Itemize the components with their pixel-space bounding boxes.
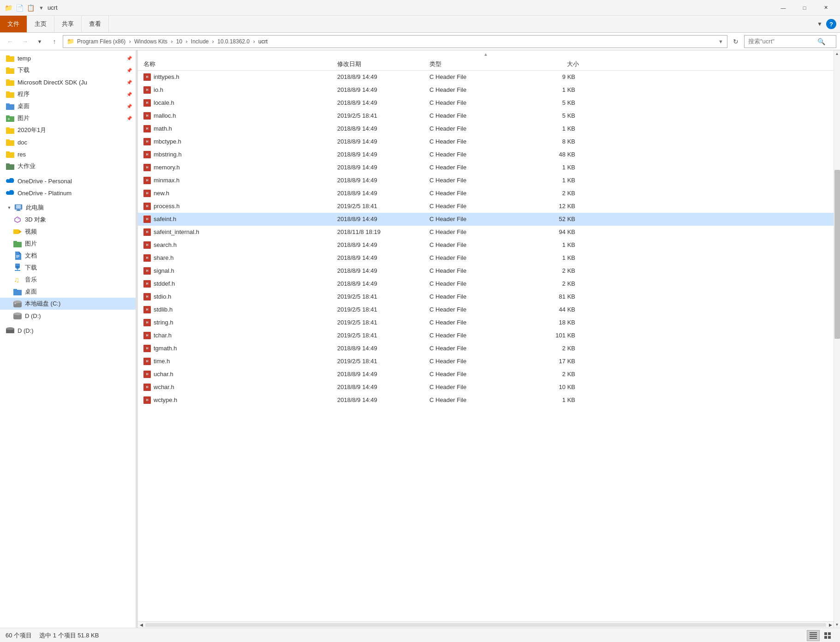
details-view-btn[interactable]: [807, 630, 820, 641]
horizontal-scrollbar[interactable]: ◀ ▶: [138, 621, 834, 628]
table-row[interactable]: H stdio.h 2019/2/5 18:41 C Header File 8…: [138, 290, 834, 303]
search-input[interactable]: [748, 38, 817, 45]
sidebar-item-videos[interactable]: 视频: [0, 226, 136, 238]
table-row[interactable]: H search.h 2018/8/9 14:49 C Header File …: [138, 239, 834, 252]
table-row[interactable]: H safeint_internal.h 2018/11/8 18:19 C H…: [138, 226, 834, 239]
sidebar-item-doc[interactable]: doc: [0, 136, 136, 148]
sidebar-item-3d[interactable]: 3D 对象: [0, 214, 136, 226]
table-row[interactable]: H memory.h 2018/8/9 14:49 C Header File …: [138, 161, 834, 174]
sidebar-label: 视频: [25, 228, 132, 236]
help-btn[interactable]: ?: [826, 19, 836, 29]
h-scrollbar-track[interactable]: [145, 623, 826, 627]
sidebar-item-desktop[interactable]: 桌面 📌: [0, 100, 136, 112]
svg-rect-50: [810, 632, 817, 633]
sidebar-item-drive-d[interactable]: D (D:): [0, 310, 136, 322]
table-row[interactable]: H mbstring.h 2018/8/9 14:49 C Header Fil…: [138, 148, 834, 161]
file-name: math.h: [154, 125, 172, 132]
table-row[interactable]: H inttypes.h 2018/8/9 14:49 C Header Fil…: [138, 71, 834, 84]
svg-rect-12: [8, 118, 10, 120]
sidebar-item-onedrive-personal[interactable]: OneDrive - Personal: [0, 175, 136, 187]
expand-icon[interactable]: ▼: [6, 204, 13, 211]
forward-button[interactable]: →: [18, 35, 31, 48]
file-date: 2019/2/5 18:41: [334, 358, 426, 365]
table-row[interactable]: H stdlib.h 2019/2/5 18:41 C Header File …: [138, 303, 834, 316]
table-row[interactable]: H safeint.h 2018/8/9 14:49 C Header File…: [138, 213, 834, 226]
file-name: string.h: [154, 319, 173, 326]
sidebar-item-res[interactable]: res: [0, 148, 136, 160]
file-type: C Header File: [426, 125, 527, 132]
tab-view[interactable]: 查看: [82, 16, 109, 32]
table-row[interactable]: H uchar.h 2018/8/9 14:49 C Header File 2…: [138, 368, 834, 381]
sidebar-item-music[interactable]: ♫ 音乐: [0, 274, 136, 286]
sidebar-item-downloads[interactable]: 下载 📌: [0, 64, 136, 76]
sidebar-item-directx[interactable]: Microsoft DirectX SDK (Ju 📌: [0, 76, 136, 88]
scrollbar-thumb[interactable]: [834, 170, 840, 339]
table-row[interactable]: H signal.h 2018/8/9 14:49 C Header File …: [138, 264, 834, 277]
large-icons-view-btn[interactable]: [822, 630, 834, 641]
file-name: time.h: [154, 358, 170, 365]
sidebar-label: res: [18, 151, 132, 158]
table-row[interactable]: H tchar.h 2019/2/5 18:41 C Header File 1…: [138, 329, 834, 342]
sidebar-item-this-pc[interactable]: ▼ 此电脑: [0, 202, 136, 214]
sidebar-item-programs[interactable]: 程序 📌: [0, 88, 136, 100]
col-header-date[interactable]: 修改日期: [334, 58, 426, 70]
table-row[interactable]: H tgmath.h 2018/8/9 14:49 C Header File …: [138, 342, 834, 355]
file-name: share.h: [154, 254, 173, 261]
file-date: 2019/2/5 18:41: [334, 293, 426, 300]
table-row[interactable]: H string.h 2019/2/5 18:41 C Header File …: [138, 316, 834, 329]
table-row[interactable]: H share.h 2018/8/9 14:49 C Header File 1…: [138, 252, 834, 264]
sidebar-item-documents[interactable]: 文档: [0, 250, 136, 262]
table-row[interactable]: H stddef.h 2018/8/9 14:49 C Header File …: [138, 277, 834, 290]
search-icon[interactable]: 🔍: [817, 38, 825, 45]
svg-text:♫: ♫: [14, 276, 19, 284]
ribbon-collapse-btn[interactable]: ▼: [817, 21, 822, 27]
vertical-scrollbar[interactable]: ▲ ▼: [834, 50, 840, 628]
sidebar-item-desktop2[interactable]: 桌面: [0, 286, 136, 298]
parent-folder-button[interactable]: ↑: [48, 35, 61, 48]
tab-file[interactable]: 文件: [0, 16, 27, 32]
sidebar-item-jan2020[interactable]: 2020年1月: [0, 124, 136, 136]
scroll-down-btn[interactable]: ▼: [834, 621, 840, 628]
table-row[interactable]: H locale.h 2018/8/9 14:49 C Header File …: [138, 96, 834, 109]
svg-rect-57: [828, 636, 831, 639]
tab-share[interactable]: 共享: [54, 16, 82, 32]
table-row[interactable]: H math.h 2018/8/9 14:49 C Header File 1 …: [138, 122, 834, 135]
table-row[interactable]: H wchar.h 2018/8/9 14:49 C Header File 1…: [138, 381, 834, 394]
sidebar-item-pictures[interactable]: 图片 📌: [0, 112, 136, 124]
sidebar-item-onedrive-platinum[interactable]: OneDrive - Platinum: [0, 187, 136, 199]
col-header-size[interactable]: 大小: [527, 58, 583, 70]
table-row[interactable]: H malloc.h 2019/2/5 18:41 C Header File …: [138, 109, 834, 122]
maximize-button[interactable]: □: [794, 0, 815, 16]
scroll-left-btn[interactable]: ◀: [138, 622, 144, 628]
file-type-icon: H: [143, 112, 151, 120]
scroll-up-btn[interactable]: ▲: [834, 50, 840, 57]
file-name: io.h: [154, 86, 163, 93]
sidebar-item-downloads2[interactable]: 下载: [0, 262, 136, 274]
table-row[interactable]: H wctype.h 2018/8/9 14:49 C Header File …: [138, 394, 834, 407]
scroll-right-btn[interactable]: ▶: [827, 622, 834, 628]
table-row[interactable]: H process.h 2019/2/5 18:41 C Header File…: [138, 200, 834, 213]
table-row[interactable]: H minmax.h 2018/8/9 14:49 C Header File …: [138, 174, 834, 187]
table-row[interactable]: H mbctype.h 2018/8/9 14:49 C Header File…: [138, 135, 834, 148]
scrollbar-track[interactable]: [834, 57, 840, 621]
sidebar-item-pictures2[interactable]: 图片: [0, 238, 136, 250]
close-button[interactable]: ✕: [815, 0, 836, 16]
file-date: 2018/8/9 14:49: [334, 241, 426, 248]
table-row[interactable]: H time.h 2019/2/5 18:41 C Header File 17…: [138, 355, 834, 368]
file-size: 2 KB: [527, 345, 583, 352]
col-header-type[interactable]: 类型: [426, 58, 527, 70]
sidebar-item-temp[interactable]: temp 📌: [0, 52, 136, 64]
svg-rect-5: [6, 79, 10, 81]
sidebar-item-local-disk-c[interactable]: 本地磁盘 (C:): [0, 298, 136, 310]
refresh-button[interactable]: ↻: [729, 35, 742, 48]
sidebar-item-homework[interactable]: 大作业: [0, 160, 136, 172]
tab-home[interactable]: 主页: [27, 16, 54, 32]
minimize-button[interactable]: —: [773, 0, 794, 16]
up-arrow-btn[interactable]: ▼: [33, 35, 46, 48]
table-row[interactable]: H new.h 2018/8/9 14:49 C Header File 2 K…: [138, 187, 834, 200]
back-button[interactable]: ←: [4, 35, 17, 48]
col-header-name[interactable]: 名称: [140, 58, 334, 70]
sidebar-item-drive-d2[interactable]: D (D:): [0, 324, 136, 336]
table-row[interactable]: H io.h 2018/8/9 14:49 C Header File 1 KB: [138, 84, 834, 96]
breadcrumb[interactable]: 📁 Program Files (x86) › Windows Kits › 1…: [63, 35, 727, 48]
